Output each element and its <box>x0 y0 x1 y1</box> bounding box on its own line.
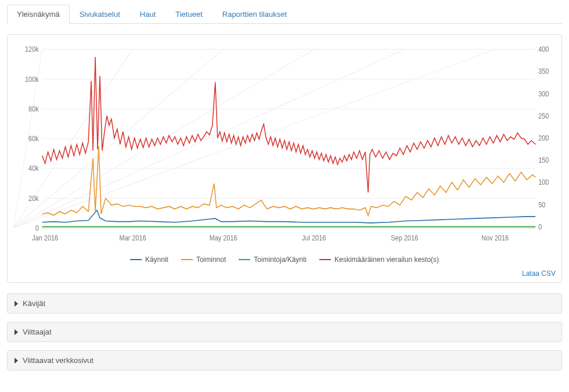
tab-raportit[interactable]: Raporttien tilaukset <box>213 5 297 23</box>
svg-text:200: 200 <box>538 135 549 142</box>
accordion-viittaajat[interactable]: Viittaajat <box>7 322 562 342</box>
svg-text:100: 100 <box>538 179 549 186</box>
svg-text:Nov 2016: Nov 2016 <box>481 235 509 242</box>
legend-toiminnot[interactable]: Toiminnot <box>181 256 226 264</box>
svg-text:100k: 100k <box>25 75 39 83</box>
caret-right-icon <box>15 329 18 335</box>
line-icon <box>239 259 250 260</box>
svg-text:60k: 60k <box>28 135 39 143</box>
accordion-list: Kävijät Viittaajat Viittaavat verkkosivu… <box>7 293 562 371</box>
legend-keskimaarainen[interactable]: Keskimääräinen vierailun kesto(s) <box>319 256 439 264</box>
svg-text:50: 50 <box>538 201 545 208</box>
accordion-label: Viittaavat verkkosivut <box>23 356 93 365</box>
tab-tietueet[interactable]: Tietueet <box>165 5 213 23</box>
svg-text:250: 250 <box>538 112 549 120</box>
svg-text:400: 400 <box>538 46 549 53</box>
accordion-label: Viittaajat <box>23 328 52 336</box>
legend-label: Käynnit <box>145 256 168 264</box>
line-icon <box>181 259 193 260</box>
svg-text:150: 150 <box>538 157 549 164</box>
chart-area: 120k 100k 80k 60k 40k 20k 0 400 350 300 … <box>13 43 556 252</box>
accordion-label: Kävijät <box>23 299 45 308</box>
caret-right-icon <box>15 358 18 364</box>
svg-text:120k: 120k <box>25 46 39 53</box>
legend-label: Keskimääräinen vierailun kesto(s) <box>334 256 439 264</box>
svg-text:0: 0 <box>35 224 39 232</box>
caret-right-icon <box>15 301 18 307</box>
svg-text:Mar 2016: Mar 2016 <box>120 235 146 242</box>
line-icon <box>319 259 331 260</box>
legend-toimintoja-kaynti[interactable]: Toimintoja/Käynti <box>239 256 307 264</box>
svg-text:Jul 2016: Jul 2016 <box>302 235 326 242</box>
chart-legend: Käynnit Toiminnot Toimintoja/Käynti Kesk… <box>13 256 556 264</box>
svg-text:300: 300 <box>538 90 549 98</box>
legend-label: Toiminnot <box>196 256 226 264</box>
tabs-bar: Yleisnäkymä Sivukatselut Haut Tietueet R… <box>7 5 562 24</box>
legend-label: Toimintoja/Käynti <box>254 256 307 264</box>
tab-haut[interactable]: Haut <box>130 5 165 23</box>
accordion-viittaavat-verkkosivut[interactable]: Viittaavat verkkosivut <box>7 350 562 371</box>
svg-text:40k: 40k <box>28 165 39 172</box>
svg-text:20k: 20k <box>28 195 39 202</box>
accordion-kavijat[interactable]: Kävijät <box>7 293 562 314</box>
svg-text:0: 0 <box>538 223 542 231</box>
tab-sivukatselut[interactable]: Sivukatselut <box>70 5 130 23</box>
svg-text:Jan 2016: Jan 2016 <box>32 235 58 242</box>
legend-kaynnit[interactable]: Käynnit <box>130 256 168 264</box>
series-kesto <box>42 57 536 192</box>
tab-yleisnakema[interactable]: Yleisnäkymä <box>7 5 70 24</box>
chart-panel: 120k 100k 80k 60k 40k 20k 0 400 350 300 … <box>7 34 562 283</box>
series-kaynnit <box>42 210 536 223</box>
svg-text:May 2016: May 2016 <box>210 235 237 242</box>
svg-text:80k: 80k <box>28 105 39 113</box>
svg-text:350: 350 <box>538 68 549 75</box>
line-icon <box>130 259 142 260</box>
svg-text:Sep 2016: Sep 2016 <box>391 235 418 242</box>
csv-link-row: Lataa CSV <box>13 269 556 278</box>
download-csv-link[interactable]: Lataa CSV <box>522 269 556 278</box>
